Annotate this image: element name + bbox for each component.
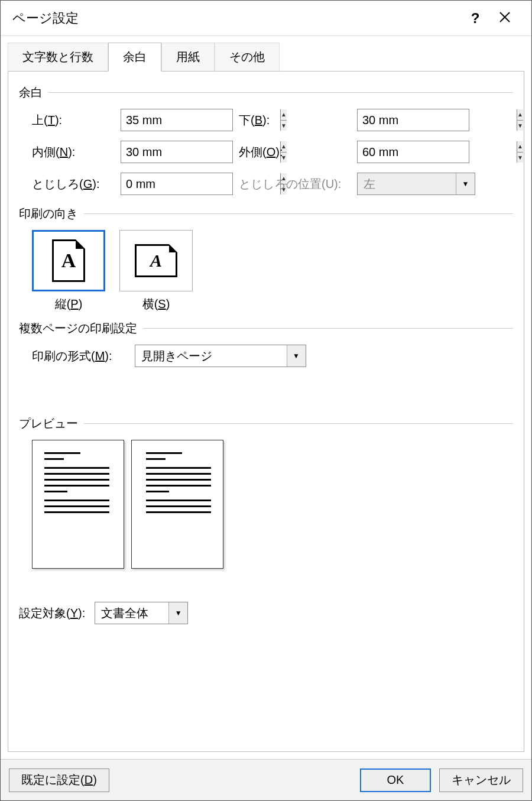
tabstrip: 文字数と行数 余白 用紙 その他 [8, 42, 524, 71]
close-button[interactable] [490, 9, 520, 27]
preview-area [32, 440, 513, 569]
chevron-down-icon[interactable]: ▼ [168, 602, 187, 624]
multipage-label: 印刷の形式(M): [32, 348, 112, 364]
preview-page-right [131, 440, 223, 569]
group-preview-label: プレビュー [19, 416, 78, 432]
gutter-label: とじしろ(G): [32, 176, 121, 192]
landscape-label: 横(S) [119, 296, 193, 312]
group-preview-header: プレビュー [19, 416, 513, 432]
margin-inside-spinner[interactable]: ▲▼ [121, 141, 233, 163]
margin-bottom-label: 下(B): [239, 112, 357, 128]
help-button[interactable]: ? [460, 10, 490, 27]
tab-chars-lines[interactable]: 文字数と行数 [8, 43, 108, 72]
spin-up-icon[interactable]: ▲ [517, 109, 523, 121]
preview-page-left [32, 440, 124, 569]
margin-inside-label: 内側(N): [32, 144, 121, 160]
margin-bottom-input[interactable] [358, 109, 517, 131]
chevron-down-icon[interactable]: ▼ [287, 345, 306, 367]
multipage-value: 見開きページ [135, 345, 287, 367]
close-icon [499, 11, 511, 23]
dialog-footer: 既定に設定(D) OK キャンセル [1, 759, 531, 800]
tab-content: 余白 上(T): ▲▼ 下(B): ▲▼ 内側(N): ▲▼ 外側(O): ▲▼ [8, 71, 524, 752]
margins-grid: 上(T): ▲▼ 下(B): ▲▼ 内側(N): ▲▼ 外側(O): ▲▼ とじ… [32, 109, 513, 195]
margin-bottom-spinner[interactable]: ▲▼ [357, 109, 469, 131]
gutter-pos-value: 左 [358, 173, 456, 194]
target-combo[interactable]: 文書全体 ▼ [95, 602, 188, 624]
tab-margins[interactable]: 余白 [108, 43, 161, 72]
portrait-label: 縦(P) [32, 296, 105, 312]
orientation-landscape[interactable]: A 横(S) [119, 230, 193, 312]
multipage-combo[interactable]: 見開きページ ▼ [135, 345, 306, 367]
window-title: ページ設定 [12, 9, 460, 27]
margin-outside-input[interactable] [358, 141, 517, 163]
tab-other[interactable]: その他 [215, 43, 280, 72]
cancel-button[interactable]: キャンセル [439, 768, 523, 792]
target-value: 文書全体 [95, 602, 168, 624]
titlebar: ページ設定 ? [1, 1, 531, 36]
multipage-row: 印刷の形式(M): 見開きページ ▼ [32, 345, 513, 367]
group-multipage-header: 複数ページの印刷設定 [19, 320, 513, 336]
tab-paper[interactable]: 用紙 [161, 43, 215, 72]
landscape-page-icon: A [135, 244, 177, 277]
group-orientation-header: 印刷の向き [19, 206, 513, 222]
group-margins-header: 余白 [19, 85, 513, 100]
gutter-pos-combo: 左 ▼ [357, 173, 475, 195]
ok-button[interactable]: OK [360, 768, 431, 792]
margin-outside-spinner[interactable]: ▲▼ [357, 141, 469, 163]
margin-top-label: 上(T): [32, 112, 121, 128]
group-margins-label: 余白 [19, 85, 43, 100]
target-label: 設定対象(Y): [19, 605, 85, 621]
spin-down-icon[interactable]: ▼ [517, 121, 523, 131]
chevron-down-icon: ▼ [456, 173, 475, 194]
spin-down-icon[interactable]: ▼ [517, 153, 523, 163]
margin-top-spinner[interactable]: ▲▼ [121, 109, 233, 131]
gutter-pos-label: とじしろの位置(U): [239, 176, 357, 192]
orientation-portrait[interactable]: A 縦(P) [32, 230, 105, 312]
gutter-spinner[interactable]: ▲▼ [121, 173, 233, 195]
orientation-options: A 縦(P) A 横(S) [32, 230, 513, 312]
group-multipage-label: 複数ページの印刷設定 [19, 320, 137, 336]
group-orientation-label: 印刷の向き [19, 206, 78, 222]
spin-up-icon[interactable]: ▲ [517, 141, 523, 153]
margin-outside-label: 外側(O): [239, 144, 357, 160]
target-row: 設定対象(Y): 文書全体 ▼ [19, 602, 513, 624]
portrait-page-icon: A [52, 239, 85, 282]
set-default-button[interactable]: 既定に設定(D) [9, 768, 109, 792]
page-setup-dialog: ページ設定 ? 文字数と行数 余白 用紙 その他 余白 上(T): ▲▼ 下(B… [0, 0, 532, 801]
